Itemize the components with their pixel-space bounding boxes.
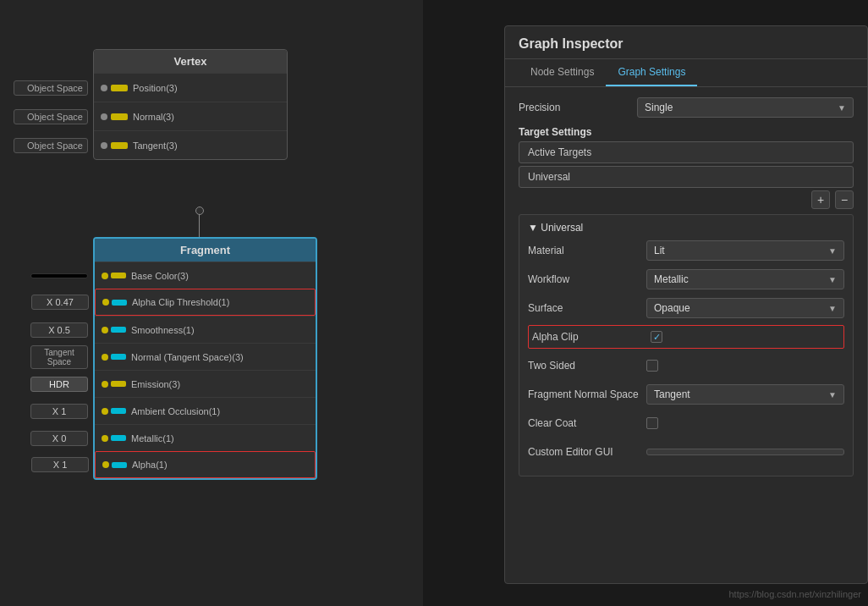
vertex-node: Vertex Object Space Position(3) Object S… <box>93 49 288 160</box>
workflow-label: Workflow <box>528 273 646 285</box>
precision-arrow: ▼ <box>838 103 846 113</box>
universal-section-header: ▼ Universal <box>528 222 844 234</box>
two-sided-row: Two Sided <box>528 354 844 377</box>
port-bar-metallic <box>111 435 126 441</box>
frag-port-alpha: Alpha(1) <box>132 460 168 470</box>
alpha-clip-checkbox[interactable]: ✓ <box>651 331 662 343</box>
frag-label-alpha: X 1 <box>31 457 89 472</box>
vertex-label-tangent: Object Space <box>14 138 88 153</box>
precision-dropdown[interactable]: Single ▼ <box>637 97 854 118</box>
port-dot-alphaclip <box>102 299 109 306</box>
surface-row: Surface Opaque ▼ <box>528 296 844 320</box>
tab-node-settings[interactable]: Node Settings <box>519 59 606 86</box>
port-bar-smoothness <box>111 327 126 333</box>
tab-graph-settings[interactable]: Graph Settings <box>606 59 697 86</box>
surface-dropdown[interactable]: Opaque ▼ <box>646 298 844 318</box>
frag-row-alphaclip: X 0.47 Alpha Clip Threshold(1) <box>95 289 316 316</box>
vertex-row-normal: Object Space Normal(3) <box>94 102 287 130</box>
port-bar-alphaclip <box>112 300 127 306</box>
graph-area: Vertex Object Space Position(3) Object S… <box>0 0 423 606</box>
vertex-port-tangent: Tangent(3) <box>133 140 178 151</box>
port-dot-metallic <box>102 435 108 442</box>
universal-section: ▼ Universal Material Lit ▼ Workflow Meta… <box>519 214 854 477</box>
precision-value: Single <box>645 102 673 113</box>
port-connector-normal <box>111 113 128 120</box>
inspector-panel: Graph Inspector Node Settings Graph Sett… <box>504 25 868 584</box>
frag-port-emission: Emission(3) <box>131 379 180 389</box>
port-dot-normal <box>102 354 108 361</box>
universal-box: Universal <box>519 166 854 188</box>
material-label: Material <box>528 245 646 256</box>
frag-label-alphaclip: X 0.47 <box>31 295 89 310</box>
port-dot-basecolor <box>102 273 108 279</box>
frag-label-smoothness: X 0.5 <box>30 322 88 338</box>
vert-connector <box>199 214 200 240</box>
frag-port-ao: Ambient Occlusion(1) <box>131 406 220 416</box>
fragment-normal-value: Tangent <box>654 388 690 400</box>
vertex-row-position: Object Space Position(3) <box>94 73 287 102</box>
port-connector-position <box>111 85 128 91</box>
inspector-tabs: Node Settings Graph Settings <box>505 59 867 87</box>
frag-row-ao: X 1 Ambient Occlusion(1) <box>95 397 316 424</box>
port-dot-position <box>101 85 107 91</box>
workflow-dropdown[interactable]: Metallic ▼ <box>646 269 844 289</box>
fragment-node-header: Fragment <box>95 239 316 262</box>
remove-target-button[interactable]: − <box>835 190 854 209</box>
frag-label-normal: Tangent Space <box>30 345 88 369</box>
port-dot-smoothness <box>102 327 108 333</box>
material-dropdown[interactable]: Lit ▼ <box>646 240 844 261</box>
port-dot-emission <box>102 381 108 388</box>
surface-value: Opaque <box>654 302 690 314</box>
fragment-normal-dropdown[interactable]: Tangent ▼ <box>646 384 844 405</box>
port-bar-alpha <box>112 462 127 468</box>
material-arrow: ▼ <box>828 246 837 256</box>
frag-label-ao: X 1 <box>30 404 88 419</box>
port-dot-alpha <box>102 461 109 468</box>
frag-row-smoothness: X 0.5 Smoothness(1) <box>95 316 316 343</box>
alpha-clip-label: Alpha Clip <box>532 331 651 343</box>
frag-port-basecolor: Base Color(3) <box>131 271 189 281</box>
custom-editor-input[interactable] <box>646 449 844 455</box>
workflow-arrow: ▼ <box>828 275 837 284</box>
target-actions: + − <box>519 190 854 209</box>
vertex-port-position: Position(3) <box>133 83 178 93</box>
precision-label: Precision <box>519 102 637 113</box>
inspector-body: Precision Single ▼ Target Settings Activ… <box>505 87 867 485</box>
clear-coat-row: Clear Coat <box>528 411 844 435</box>
two-sided-label: Two Sided <box>528 360 646 372</box>
clear-coat-label: Clear Coat <box>528 417 646 429</box>
watermark: https://blog.csdn.net/xinzhilinger <box>728 589 861 599</box>
port-bar-basecolor <box>111 273 126 278</box>
frag-port-normal: Normal (Tangent Space)(3) <box>131 352 244 362</box>
fragment-normal-label: Fragment Normal Space <box>528 388 646 400</box>
frag-row-metallic: X 0 Metallic(1) <box>95 424 316 451</box>
port-dot-ao <box>102 408 108 415</box>
alpha-clip-row: Alpha Clip ✓ <box>528 325 844 349</box>
workflow-row: Workflow Metallic ▼ <box>528 267 844 291</box>
frag-label-basecolor <box>30 273 88 278</box>
connector-circle <box>195 207 204 215</box>
vertex-node-header: Vertex <box>94 50 287 73</box>
frag-row-emission: HDR Emission(3) <box>95 370 316 397</box>
frag-row-normal: Tangent Space Normal (Tangent Space)(3) <box>95 343 316 370</box>
frag-port-smoothness: Smoothness(1) <box>131 325 195 335</box>
port-bar-ao <box>111 408 126 414</box>
alpha-clip-check-mark: ✓ <box>653 332 661 343</box>
fragment-node: Fragment Base Color(3) X 0.47 Alpha Clip… <box>93 237 317 480</box>
target-settings-header: Target Settings <box>519 126 854 138</box>
frag-port-alphaclip: Alpha Clip Threshold(1) <box>132 297 229 307</box>
two-sided-checkbox[interactable] <box>646 360 658 372</box>
add-target-button[interactable]: + <box>811 190 830 209</box>
custom-editor-label: Custom Editor GUI <box>528 446 646 458</box>
frag-label-metallic: X 0 <box>30 431 88 446</box>
port-connector-tangent <box>111 142 128 149</box>
active-targets-box: Active Targets <box>519 141 854 163</box>
inspector-title: Graph Inspector <box>505 26 867 59</box>
frag-row-alpha: X 1 Alpha(1) <box>95 451 316 478</box>
vertex-port-normal: Normal(3) <box>133 112 174 122</box>
precision-row: Precision Single ▼ <box>519 96 854 119</box>
port-bar-normal <box>111 354 126 360</box>
frag-port-metallic: Metallic(1) <box>131 433 174 443</box>
clear-coat-checkbox[interactable] <box>646 417 658 429</box>
frag-row-basecolor: Base Color(3) <box>95 262 316 289</box>
